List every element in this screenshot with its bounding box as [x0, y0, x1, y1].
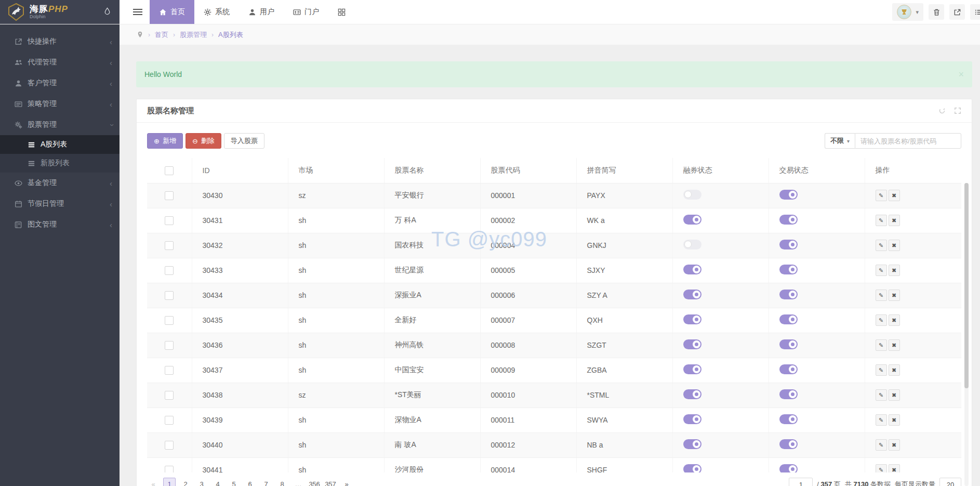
delete-row-button[interactable]: ✖	[889, 414, 900, 426]
nav-item-system[interactable]: 系统	[194, 0, 239, 24]
sidebar-item-快捷操作[interactable]: 快捷操作‹	[0, 31, 120, 52]
next-page-button[interactable]: »	[340, 478, 353, 486]
row-checkbox[interactable]	[165, 441, 174, 450]
margin-status-toggle[interactable]	[683, 314, 701, 324]
trade-status-toggle[interactable]	[779, 215, 798, 225]
trade-status-toggle[interactable]	[779, 464, 798, 472]
edit-button[interactable]: ✎	[876, 389, 887, 401]
edit-button[interactable]: ✎	[876, 439, 887, 451]
edit-button[interactable]: ✎	[876, 314, 887, 326]
edit-button[interactable]: ✎	[876, 190, 887, 201]
trade-status-toggle[interactable]	[779, 364, 798, 374]
external-link-button[interactable]	[949, 4, 965, 20]
trade-status-toggle[interactable]	[779, 414, 798, 424]
delete-row-button[interactable]: ✖	[889, 290, 900, 301]
margin-status-toggle[interactable]	[683, 265, 701, 274]
row-checkbox[interactable]	[165, 366, 174, 375]
row-checkbox[interactable]	[165, 391, 174, 400]
row-checkbox[interactable]	[165, 191, 174, 200]
edit-button[interactable]: ✎	[876, 464, 887, 472]
breadcrumb-item[interactable]: A股列表	[218, 30, 243, 40]
scrollbar-thumb[interactable]	[964, 183, 969, 388]
sidebar-item-A股列表[interactable]: A股列表	[0, 135, 120, 154]
sidebar-item-策略管理[interactable]: 策略管理‹	[0, 94, 120, 114]
sidebar-item-客户管理[interactable]: 客户管理‹	[0, 73, 120, 94]
page-jump-input[interactable]	[789, 478, 813, 486]
logo[interactable]: 海豚PHP Dolphin	[0, 0, 120, 24]
select-all-checkbox[interactable]	[165, 166, 174, 175]
page-number-1[interactable]: 1	[163, 478, 176, 486]
delete-row-button[interactable]: ✖	[889, 364, 900, 376]
trade-status-toggle[interactable]	[779, 290, 798, 299]
margin-status-toggle[interactable]	[683, 290, 701, 299]
edit-button[interactable]: ✎	[876, 215, 887, 226]
delete-row-button[interactable]: ✖	[889, 265, 900, 276]
alert-close-icon[interactable]: ×	[958, 69, 964, 80]
page-number-6[interactable]: 6	[244, 478, 256, 486]
margin-status-toggle[interactable]	[683, 215, 701, 225]
edit-button[interactable]: ✎	[876, 339, 887, 351]
delete-row-button[interactable]: ✖	[889, 389, 900, 401]
nav-item-portal[interactable]: 门户	[284, 0, 328, 24]
edit-button[interactable]: ✎	[876, 240, 887, 251]
delete-button[interactable]: ⊖ 删除	[186, 133, 221, 149]
fullscreen-icon[interactable]	[954, 107, 961, 114]
breadcrumb-item[interactable]: 股票管理	[180, 30, 207, 40]
row-checkbox[interactable]	[165, 341, 174, 350]
page-number-4[interactable]: 4	[211, 478, 224, 486]
page-number-5[interactable]: 5	[228, 478, 240, 486]
sidebar-item-基金管理[interactable]: 基金管理‹	[0, 173, 120, 193]
margin-status-toggle[interactable]	[683, 414, 701, 424]
import-stocks-button[interactable]: 导入股票	[224, 133, 264, 149]
edit-button[interactable]: ✎	[876, 265, 887, 276]
page-number-2[interactable]: 2	[179, 478, 192, 486]
row-checkbox[interactable]	[165, 216, 174, 225]
edit-button[interactable]: ✎	[876, 364, 887, 376]
row-checkbox[interactable]	[165, 466, 174, 472]
edit-button[interactable]: ✎	[876, 414, 887, 426]
delete-row-button[interactable]: ✖	[889, 439, 900, 451]
water-drop-icon[interactable]	[103, 7, 111, 17]
sidebar-toggle-button[interactable]	[126, 0, 150, 24]
row-checkbox[interactable]	[165, 291, 174, 300]
trade-status-toggle[interactable]	[779, 389, 798, 399]
sidebar-item-节假日管理[interactable]: 节假日管理‹	[0, 193, 120, 214]
nav-item-user[interactable]: 用户	[239, 0, 284, 24]
nav-item-apps[interactable]	[328, 0, 355, 24]
delete-row-button[interactable]: ✖	[889, 464, 900, 472]
trade-status-toggle[interactable]	[779, 265, 798, 274]
add-button[interactable]: ⊕ 新增	[147, 133, 183, 149]
row-checkbox[interactable]	[165, 316, 174, 325]
page-number-3[interactable]: 3	[195, 478, 208, 486]
trade-status-toggle[interactable]	[779, 240, 798, 249]
trash-button[interactable]	[929, 4, 944, 20]
nav-item-home[interactable]: 首页	[150, 0, 194, 24]
prev-page-button[interactable]: «	[147, 478, 160, 486]
delete-row-button[interactable]: ✖	[889, 215, 900, 226]
search-input[interactable]	[855, 133, 961, 149]
trade-status-toggle[interactable]	[779, 314, 798, 324]
delete-row-button[interactable]: ✖	[889, 190, 900, 201]
page-number-357[interactable]: 357	[324, 478, 337, 486]
scrollbar-track[interactable]	[964, 183, 969, 486]
delete-row-button[interactable]: ✖	[889, 314, 900, 326]
task-list-button[interactable]	[970, 4, 980, 20]
filter-dropdown[interactable]: 不限 ▾	[825, 133, 855, 149]
trade-status-toggle[interactable]	[779, 339, 798, 349]
margin-status-toggle[interactable]	[683, 190, 701, 200]
refresh-icon[interactable]	[938, 107, 946, 114]
delete-row-button[interactable]: ✖	[889, 240, 900, 251]
margin-status-toggle[interactable]	[683, 389, 701, 399]
delete-row-button[interactable]: ✖	[889, 339, 900, 351]
trade-status-toggle[interactable]	[779, 439, 798, 449]
page-number-356[interactable]: 356	[308, 478, 321, 486]
row-checkbox[interactable]	[165, 241, 174, 250]
row-checkbox[interactable]	[165, 266, 174, 275]
row-checkbox[interactable]	[165, 416, 174, 425]
page-number-7[interactable]: 7	[260, 478, 272, 486]
trade-status-toggle[interactable]	[779, 190, 798, 200]
margin-status-toggle[interactable]	[683, 240, 701, 249]
user-menu-button[interactable]: ▾	[892, 3, 923, 21]
breadcrumb-item[interactable]: 首页	[155, 30, 168, 40]
margin-status-toggle[interactable]	[683, 439, 701, 449]
